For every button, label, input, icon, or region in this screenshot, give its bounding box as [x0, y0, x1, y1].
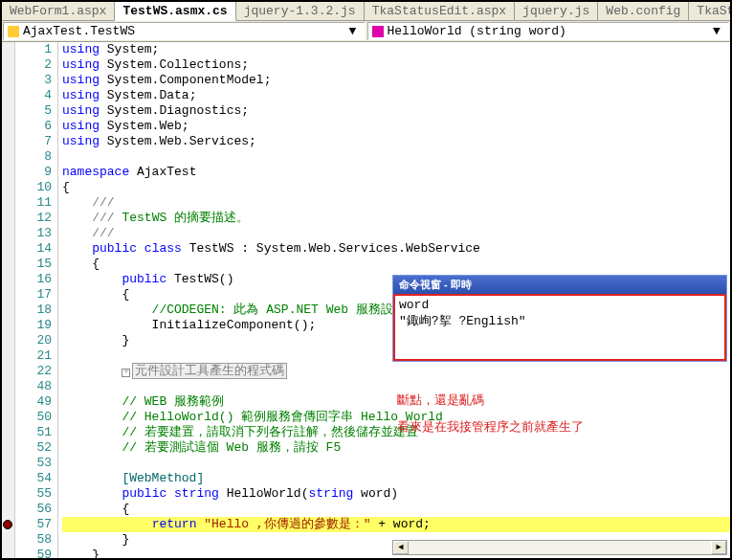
- annotation-line: 看來是在我接管程序之前就產生了: [397, 414, 730, 441]
- code-line: {: [62, 257, 730, 272]
- code-line: using System.Web;: [62, 119, 730, 134]
- immediate-window-title[interactable]: 命令視窗 - 即時: [393, 276, 726, 294]
- method-dropdown-text: HelloWorld (string word): [388, 24, 710, 38]
- class-dropdown[interactable]: AjaxTest.TestWS ▼: [3, 22, 366, 40]
- code-line: [62, 456, 730, 471]
- member-dropdowns: AjaxTest.TestWS ▼ HelloWorld (string wor…: [2, 21, 730, 42]
- file-tab[interactable]: jquery.js: [515, 2, 598, 20]
- immediate-line: "鋷峋?挐 ?English": [399, 312, 721, 329]
- code-line: [62, 149, 730, 165]
- file-tab[interactable]: Web.config: [598, 2, 689, 20]
- code-line: namespace AjaxTest: [62, 165, 730, 180]
- code-line: using System.ComponentModel;: [62, 73, 730, 88]
- annotation-line: 斷點，還是亂碼: [397, 388, 730, 414]
- immediate-window-body[interactable]: word "鋷峋?挐 ?English": [393, 294, 726, 361]
- line-number-gutter: 1234567891011121314151617181920212248495…: [15, 42, 58, 559]
- scroll-track[interactable]: [409, 541, 711, 554]
- class-dropdown-text: AjaxTest.TestWS: [23, 24, 345, 38]
- scroll-right-button[interactable]: ►: [711, 541, 726, 554]
- code-line: using System.Data;: [62, 88, 730, 103]
- code-line: using System.Web.Services;: [62, 134, 730, 149]
- file-tab[interactable]: TkaStatusEdit.aspx: [365, 2, 515, 20]
- method-icon: [372, 26, 384, 37]
- code-line: return "Hello ,你傳過的參數是：" + word;: [62, 517, 730, 532]
- code-line: public string HelloWorld(string word): [62, 486, 730, 502]
- file-tab[interactable]: WebForm1.aspx: [2, 2, 115, 20]
- horizontal-scrollbar[interactable]: ◄ ►: [392, 540, 727, 555]
- code-line: ///: [62, 226, 730, 241]
- code-line: using System;: [62, 42, 730, 57]
- code-line: /// TestWS 的摘要描述。: [62, 211, 730, 226]
- immediate-line: word: [399, 298, 721, 312]
- immediate-window[interactable]: 命令視窗 - 即時 word "鋷峋?挐 ?English": [392, 275, 727, 362]
- file-tab[interactable]: jquery-1.3.2.js: [236, 2, 365, 20]
- breakpoint-icon[interactable]: [3, 520, 12, 529]
- code-line: ///: [62, 195, 730, 211]
- file-tab[interactable]: TkaStatusEditService.asmx.cs: [689, 2, 732, 20]
- file-tab[interactable]: TestWS.asmx.cs: [115, 2, 235, 21]
- code-line: public class TestWS : System.Web.Service…: [62, 241, 730, 257]
- code-line: // 若要測試這個 Web 服務，請按 F5: [62, 440, 730, 456]
- code-line: [WebMethod]: [62, 471, 730, 486]
- annotation-overlay: 斷點，還是亂碼 看來是在我接管程序之前就產生了: [397, 388, 730, 441]
- tab-bar: WebForm1.aspxTestWS.asmx.csjquery-1.3.2.…: [2, 2, 730, 21]
- chevron-down-icon: ▼: [709, 24, 724, 38]
- breakpoint-margin[interactable]: [2, 42, 15, 559]
- code-line: +元件設計工具產生的程式碼: [62, 364, 730, 379]
- scroll-left-button[interactable]: ◄: [393, 541, 409, 554]
- code-line: using System.Collections;: [62, 57, 730, 73]
- method-dropdown[interactable]: HelloWorld (string word) ▼: [367, 22, 730, 40]
- code-line: {: [62, 502, 730, 517]
- code-line: {: [62, 180, 730, 195]
- code-line: using System.Diagnostics;: [62, 103, 730, 119]
- class-icon: [8, 26, 19, 37]
- chevron-down-icon: ▼: [345, 24, 361, 38]
